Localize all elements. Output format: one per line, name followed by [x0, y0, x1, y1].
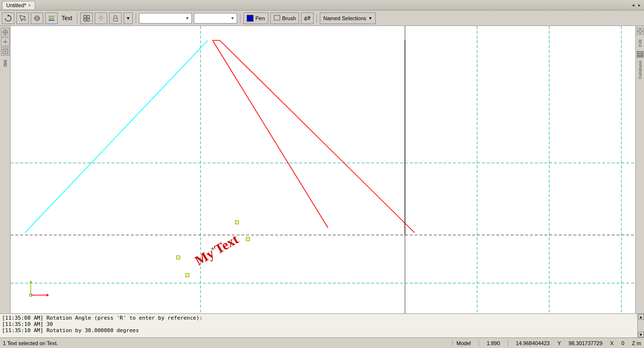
win-min-btn[interactable]: ◂ [631, 2, 636, 8]
svg-rect-7 [87, 15, 89, 18]
toolbar: Text ▼ ▼ ▼ Pen Brush Named Sel [0, 11, 644, 26]
svg-rect-5 [49, 20, 54, 21]
sidebar-btn-1[interactable] [1, 28, 10, 37]
orbit-tool-btn[interactable] [31, 12, 43, 24]
console-line-1: [11:35:08 AM] Rotation Angle (press 'R' … [2, 315, 642, 321]
light-icon-btn[interactable] [95, 12, 107, 24]
svg-rect-50 [638, 56, 643, 57]
toolbar-sep-1 [77, 13, 77, 23]
snap-icon-btn[interactable] [80, 12, 93, 24]
brush-button[interactable]: Brush [270, 12, 300, 24]
tab-close-icon[interactable]: × [28, 3, 31, 8]
statusbar: 1 Text selected on Text. Model 1:890 14.… [0, 337, 644, 348]
sidebar-btn-3[interactable] [1, 47, 10, 56]
svg-rect-48 [638, 52, 643, 53]
canvas-svg: My Text + [11, 26, 635, 313]
svg-line-33 [25, 40, 208, 233]
status-right-section: Model 1:890 14.968404423 Y 98.301737729 … [456, 340, 641, 347]
svg-rect-4 [49, 18, 54, 19]
win-max-btn[interactable]: ▸ [637, 2, 642, 8]
layer-dropdown[interactable]: ▼ [139, 13, 192, 24]
database-sidebar-label[interactable]: Database [638, 61, 643, 79]
main-area: SID [0, 26, 644, 313]
lock-icon-btn[interactable] [109, 12, 122, 24]
cursor-indicator: + [211, 245, 215, 252]
toolbar-sep-4 [316, 13, 317, 23]
text-tool-label: Text [60, 15, 74, 22]
toolbar-sep-3 [240, 13, 240, 23]
style-dropdown-arrow: ▼ [230, 16, 235, 21]
svg-line-36 [220, 40, 415, 233]
scroll-up-arrow[interactable]: ▲ [638, 314, 644, 320]
console-line-3: [11:35:10 AM] Rotation by 30.000000 degr… [2, 327, 642, 334]
svg-marker-41 [29, 280, 32, 283]
layers-tool-btn[interactable] [45, 12, 58, 24]
svg-rect-3 [49, 16, 54, 17]
sidebar-btn-2[interactable] [1, 37, 10, 46]
svg-rect-6 [84, 15, 86, 18]
layer-dropdown-arrow: ▼ [185, 16, 189, 21]
svg-point-2 [35, 17, 39, 19]
transfer-icon [303, 14, 311, 22]
sel-handle-left [177, 256, 180, 259]
coord-unit: Z m [632, 340, 641, 346]
sid-label: SID [3, 60, 8, 67]
window-controls: ◂ ▸ [631, 2, 642, 8]
brush-icon [274, 15, 280, 22]
my-text-element: My Text [192, 231, 241, 268]
coord-x: 14.968404423 [516, 340, 550, 346]
canvas-area[interactable]: My Text + [11, 26, 635, 313]
pen-label: Pen [255, 15, 265, 21]
status-selection-text: 1 Text selected on Text. [3, 340, 453, 346]
svg-rect-8 [84, 19, 86, 21]
right-sidebar: Edit Database [635, 26, 644, 313]
pen-button[interactable]: Pen [243, 12, 268, 24]
document-tab[interactable]: Untitled* × [2, 1, 35, 9]
svg-rect-49 [638, 54, 643, 55]
sel-handle-bottom [186, 273, 189, 277]
scroll-down-arrow[interactable]: ▼ [638, 332, 644, 337]
svg-marker-39 [47, 294, 49, 297]
select-tool-btn[interactable] [16, 12, 29, 24]
console-scrollbar[interactable]: ▲ ▼ [637, 314, 644, 337]
settings-btn[interactable] [637, 28, 644, 35]
named-sel-arrow: ▼ [368, 16, 373, 21]
svg-rect-9 [87, 19, 89, 21]
coord-z: 0 [621, 340, 624, 346]
rotate-tool-btn[interactable] [2, 12, 14, 24]
toolbar-sep-2 [136, 13, 136, 23]
named-selections-label: Named Selections [323, 15, 366, 21]
sel-handle-right [246, 237, 250, 241]
svg-point-10 [100, 16, 102, 19]
scale-value: 1:890 [487, 340, 500, 346]
tab-label: Untitled* [6, 2, 26, 8]
svg-point-43 [639, 30, 642, 33]
status-sep-2 [508, 340, 508, 347]
database-icon-btn[interactable] [637, 51, 644, 58]
style-dropdown[interactable]: ▼ [194, 13, 237, 24]
console-panel: [11:35:08 AM] Rotation Angle (press 'R' … [0, 313, 644, 337]
edit-sidebar-label[interactable]: Edit [638, 39, 643, 47]
svg-rect-15 [114, 18, 117, 21]
model-label: Model [456, 340, 471, 346]
coord-x-label: X [610, 340, 614, 346]
status-sep-1 [479, 340, 479, 347]
dropdown-arrow-btn[interactable]: ▼ [124, 12, 133, 24]
pen-color-swatch [247, 15, 253, 22]
sel-handle-top [235, 221, 239, 224]
svg-rect-16 [274, 15, 280, 20]
coord-y: 98.301737729 [568, 340, 602, 346]
console-line-2: [11:35:10 AM] 30 [2, 321, 642, 327]
brush-label: Brush [282, 15, 296, 21]
svg-point-1 [35, 16, 39, 21]
named-selections-button[interactable]: Named Selections ▼ [320, 12, 376, 24]
svg-line-35 [213, 40, 328, 228]
titlebar: Untitled* × ◂ ▸ [0, 0, 644, 11]
transfer-btn[interactable] [301, 12, 314, 24]
coord-y-label: Y [557, 340, 561, 346]
left-sidebar: SID [0, 26, 11, 313]
